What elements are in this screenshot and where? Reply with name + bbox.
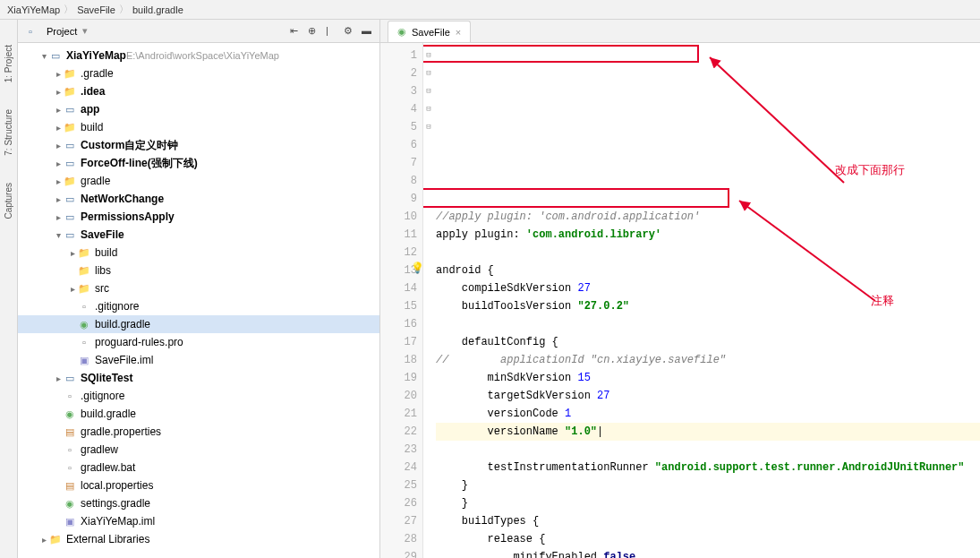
minimize-icon[interactable]: ▬ [362, 25, 374, 38]
tree-row[interactable]: ◉build.gradle [18, 315, 379, 333]
tree-label: settings.gradle [81, 497, 150, 510]
tree-row[interactable]: ▸📁.gradle [18, 64, 379, 82]
project-panel-header: ▫ Project ▾ ⇤ ⊕ | ⚙ ▬ [18, 20, 379, 43]
folder-icon: ▫ [23, 24, 38, 39]
tree-row[interactable]: ▸📁build [18, 244, 379, 262]
code-line[interactable]: // applicationId "cn.xiayiye.savefile" [436, 351, 980, 369]
tree-row[interactable]: ▣SaveFile.iml [18, 351, 379, 369]
tree-row[interactable]: ▸▭PermissionsApply [18, 208, 379, 226]
code-line[interactable]: apply plugin: 'com.android.library' [436, 226, 980, 244]
expand-icon[interactable]: ▸ [54, 69, 63, 79]
tree-label: build.gradle [81, 408, 136, 420]
code-line[interactable]: release { [436, 530, 980, 548]
tree-label: build [81, 121, 103, 133]
expand-icon[interactable]: ▸ [54, 194, 63, 204]
tree-label: proguard-rules.pro [95, 336, 183, 348]
editor-tab-savefile[interactable]: ◉ SaveFile × [388, 21, 471, 42]
tree-row[interactable]: ▸📁.idea [18, 82, 379, 100]
folder-icon: 📁 [63, 84, 77, 99]
code-line[interactable]: //apply plugin: 'com.android.application… [436, 208, 980, 226]
mod-icon: ▭ [63, 210, 77, 224]
code-line[interactable] [436, 244, 980, 262]
tree-row[interactable]: ▸▭app [18, 100, 379, 118]
tree-row[interactable]: ▸▭SQliteTest [18, 369, 379, 387]
tree-row[interactable]: ▫gradlew [18, 441, 379, 459]
tree-row[interactable]: ▸📁src [18, 279, 379, 297]
code-line[interactable]: buildTypes { [436, 512, 980, 530]
file-icon: ▫ [77, 335, 91, 349]
code-line[interactable] [436, 315, 980, 333]
code-line[interactable]: defaultConfig { [436, 333, 980, 351]
expand-icon[interactable]: ▸ [54, 212, 63, 222]
tree-label: .gitignore [95, 300, 139, 313]
tree-label: PermissionsApply [81, 210, 175, 223]
project-tree[interactable]: ▾▭XiaYiYeMap E:\Android\workSpace\XiaYiY… [18, 43, 379, 558]
tree-label: Custorm自定义时钟 [81, 138, 178, 153]
expand-icon[interactable]: ▸ [39, 535, 48, 545]
code-line[interactable]: versionCode 1 [436, 405, 980, 423]
expand-icon[interactable]: ▸ [54, 159, 63, 168]
tree-row[interactable]: ▸📁gradle [18, 172, 379, 190]
tree-row[interactable]: ▸📁build [18, 118, 379, 136]
tree-row[interactable]: ▸📁External Libraries [18, 530, 379, 548]
tree-row[interactable]: ▸▭ForceOff-line(强制下线) [18, 154, 379, 172]
expand-icon[interactable]: ▸ [54, 176, 63, 186]
tree-label: gradle [81, 175, 110, 187]
code-line[interactable]: versionName "1.0"| [436, 423, 980, 441]
expand-icon[interactable]: ▸ [54, 105, 63, 115]
expand-icon[interactable]: ▸ [68, 284, 77, 294]
tree-row[interactable]: ▤gradle.properties [18, 423, 379, 441]
expand-icon[interactable]: ▸ [54, 87, 63, 97]
tree-row[interactable]: ◉build.gradle [18, 405, 379, 423]
dropdown-icon[interactable]: ▾ [82, 25, 88, 37]
gutter[interactable]: 1 2 3 4 5 6 7 8 9 10 11 12 13 14 15 16 1… [380, 43, 423, 558]
tree-row[interactable]: ▫gradlew.bat [18, 459, 379, 476]
breadcrumb-item[interactable]: SaveFile [77, 4, 115, 15]
code-line[interactable]: android { [436, 262, 980, 279]
tree-row[interactable]: ▸▭NetWorkChange [18, 190, 379, 208]
tree-row[interactable]: ▣XiaYiYeMap.iml [18, 512, 379, 530]
tree-label: gradlew [81, 443, 118, 456]
breadcrumb-item[interactable]: build.gradle [132, 4, 183, 15]
expand-icon[interactable]: ▾ [54, 230, 63, 240]
expand-icon[interactable]: ▾ [39, 51, 48, 61]
annotation-box-1 [423, 45, 699, 63]
expand-icon[interactable]: ▸ [54, 123, 63, 133]
code-line[interactable]: } [436, 476, 980, 494]
side-tab-structure[interactable]: 7: Structure [4, 109, 13, 156]
editor-body[interactable]: 1 2 3 4 5 6 7 8 9 10 11 12 13 14 15 16 1… [380, 43, 980, 558]
code-line[interactable]: testInstrumentationRunner "android.suppo… [436, 459, 980, 476]
tree-row[interactable]: ◉settings.gradle [18, 494, 379, 512]
path-label: E:\Android\workSpace\XiaYiYeMap [126, 50, 279, 61]
tree-row[interactable]: ▫.gitignore [18, 297, 379, 315]
code-line[interactable]: compileSdkVersion 27 [436, 279, 980, 297]
tree-label: ForceOff-line(强制下线) [81, 156, 198, 171]
side-tab-project[interactable]: 1: Project [4, 45, 13, 82]
code-line[interactable]: buildToolsVersion "27.0.2" [436, 297, 980, 315]
breadcrumb-item[interactable]: XiaYiYeMap [7, 4, 60, 15]
code-area[interactable]: 改成下面那行 注释 //apply plugin: 'com.android.a… [423, 43, 980, 558]
gear-icon[interactable]: ⚙ [344, 25, 356, 38]
side-tab-captures[interactable]: Captures [4, 183, 13, 219]
expand-icon[interactable]: ▸ [54, 373, 63, 383]
tree-row[interactable]: ▤local.properties [18, 476, 379, 494]
expand-icon[interactable]: ▸ [54, 141, 63, 150]
tree-row[interactable]: ▫proguard-rules.pro [18, 333, 379, 351]
tree-row[interactable]: ▾▭XiaYiYeMap E:\Android\workSpace\XiaYiY… [18, 47, 379, 64]
tree-row[interactable]: ▾▭SaveFile [18, 226, 379, 244]
code-line[interactable]: minifyEnabled false [436, 548, 980, 558]
code-line[interactable]: targetSdkVersion 27 [436, 387, 980, 405]
close-icon[interactable]: × [456, 27, 461, 38]
tree-row[interactable]: 📁libs [18, 262, 379, 279]
code-line[interactable]: } [436, 494, 980, 512]
code-line[interactable] [436, 441, 980, 459]
target-icon[interactable]: ⊕ [308, 25, 320, 38]
tab-label: SaveFile [412, 27, 450, 38]
expand-icon[interactable]: ▸ [68, 248, 77, 258]
collapse-icon[interactable]: ⇤ [290, 25, 303, 38]
tree-row[interactable]: ▸▭Custorm自定义时钟 [18, 136, 379, 154]
breadcrumb: XiaYiYeMap 〉 SaveFile 〉 build.gradle [0, 0, 980, 20]
code-line[interactable]: minSdkVersion 15 [436, 369, 980, 387]
tree-row[interactable]: ▫.gitignore [18, 387, 379, 405]
bulb-icon[interactable]: 💡 [411, 262, 424, 275]
